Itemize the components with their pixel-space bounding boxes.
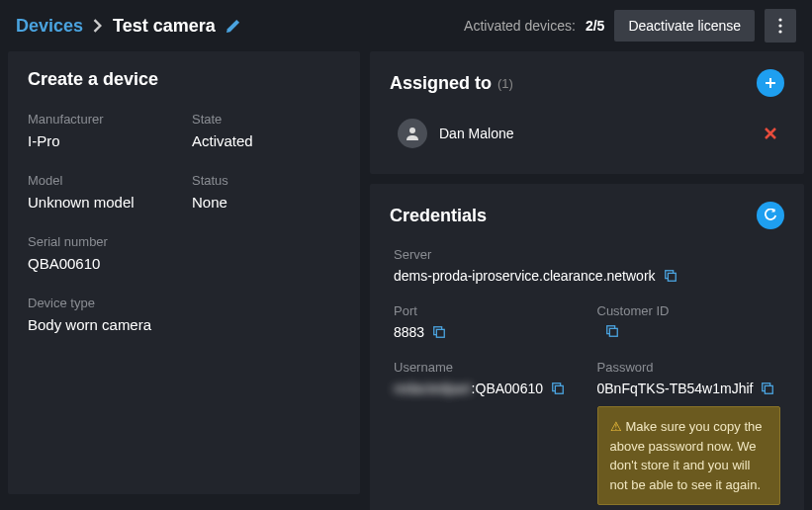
- password-warning: ⚠Make sure you copy the above password n…: [597, 406, 781, 505]
- copy-customer-id-button[interactable]: [605, 324, 619, 338]
- svg-point-0: [778, 18, 781, 21]
- assigned-to-title: Assigned to: [390, 73, 492, 94]
- credentials-title: Credentials: [390, 206, 487, 226]
- manufacturer-label: Manufacturer: [28, 112, 176, 127]
- svg-point-2: [778, 30, 781, 33]
- user-icon: [405, 126, 420, 141]
- assigned-to-panel: Assigned to (1) Dan Malone: [370, 51, 804, 174]
- state-value: Activated: [192, 132, 340, 149]
- status-label: Status: [192, 173, 340, 188]
- model-value: Unknown model: [28, 194, 176, 211]
- add-assignee-button[interactable]: [757, 69, 784, 97]
- server-value: dems-proda-iproservice.clearance.network: [394, 268, 656, 284]
- assigned-to-count: (1): [497, 76, 513, 91]
- assignee-row: Dan Malone: [390, 115, 784, 156]
- state-label: State: [192, 112, 340, 127]
- customer-id-label: Customer ID: [597, 303, 781, 318]
- copy-icon: [664, 269, 677, 283]
- remove-assignee-button[interactable]: [765, 128, 776, 139]
- device-type-label: Device type: [28, 296, 340, 310]
- svg-rect-5: [668, 273, 676, 281]
- svg-rect-9: [609, 328, 617, 336]
- username-value: redactedpart:QBA00610: [394, 381, 543, 396]
- port-value: 8883: [394, 324, 424, 340]
- username-label: Username: [394, 360, 578, 375]
- copy-icon: [551, 382, 565, 395]
- breadcrumb: Devices Test camera: [16, 16, 240, 37]
- kebab-icon: [778, 18, 782, 34]
- svg-rect-13: [766, 385, 773, 393]
- create-device-panel: Create a device Manufacturer I-Pro State…: [8, 51, 360, 494]
- more-menu-button[interactable]: [765, 9, 796, 42]
- copy-password-button[interactable]: [761, 382, 774, 395]
- copy-icon: [761, 382, 774, 395]
- breadcrumb-root[interactable]: Devices: [16, 16, 83, 37]
- port-label: Port: [394, 303, 578, 318]
- serial-value: QBA00610: [28, 255, 340, 272]
- copy-icon: [432, 325, 446, 339]
- svg-rect-7: [437, 329, 445, 337]
- refresh-icon: [764, 209, 777, 222]
- activated-devices-count: 2/5: [586, 18, 604, 34]
- copy-username-button[interactable]: [551, 382, 565, 395]
- close-icon: [765, 128, 776, 139]
- manufacturer-value: I-Pro: [28, 132, 176, 149]
- svg-point-3: [409, 128, 415, 133]
- serial-label: Serial number: [28, 234, 340, 249]
- chevron-right-icon: [93, 19, 103, 33]
- breadcrumb-current: Test camera: [113, 16, 216, 37]
- create-device-title: Create a device: [28, 69, 340, 90]
- copy-server-button[interactable]: [664, 269, 677, 283]
- svg-rect-11: [555, 385, 563, 393]
- server-label: Server: [394, 247, 780, 262]
- svg-point-1: [778, 24, 781, 27]
- credentials-panel: Credentials Server dems-proda-iproservic…: [370, 184, 804, 510]
- copy-port-button[interactable]: [432, 325, 446, 339]
- password-value: 0BnFqTKS-TB54w1mJhif: [597, 381, 754, 396]
- refresh-credentials-button[interactable]: [757, 202, 784, 229]
- deactivate-license-button[interactable]: Deactivate license: [614, 10, 755, 42]
- assignee-name: Dan Malone: [439, 126, 514, 141]
- password-label: Password: [597, 360, 781, 375]
- model-label: Model: [28, 173, 176, 188]
- activated-devices-label: Activated devices:: [464, 18, 576, 34]
- status-value: None: [192, 194, 340, 211]
- edit-icon[interactable]: [226, 19, 240, 34]
- plus-icon: [765, 77, 776, 89]
- avatar: [398, 119, 427, 148]
- device-type-value: Body worn camera: [28, 316, 340, 333]
- warning-icon: ⚠: [610, 419, 622, 434]
- copy-icon: [605, 324, 619, 338]
